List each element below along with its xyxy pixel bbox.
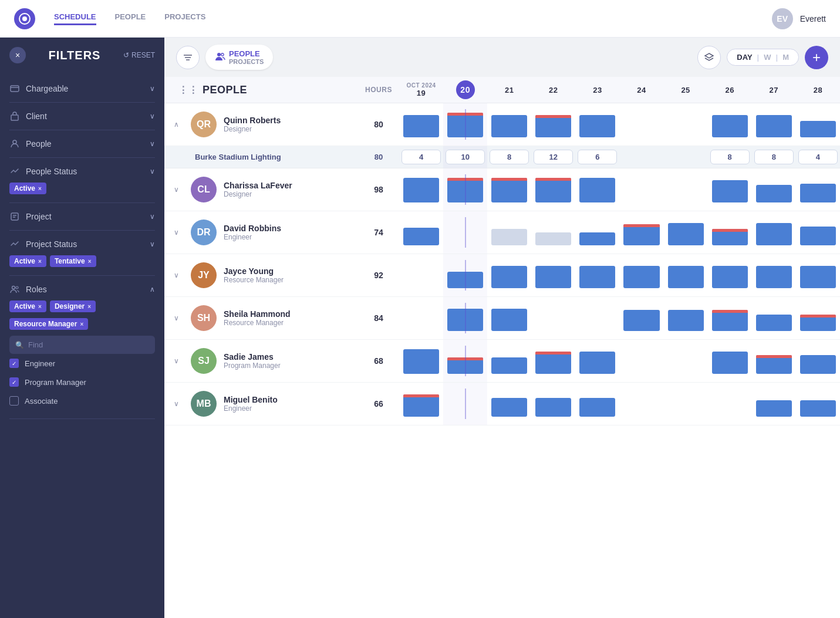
person-expand-5[interactable]: ∨ [174,357,179,365]
bar-cell-5-5[interactable] [619,340,663,383]
bar-cell-5-9[interactable] [796,340,840,383]
tag-resource-manager-role[interactable]: Resource Manager × [9,318,88,330]
program-manager-checkbox[interactable]: ✓ [9,377,19,387]
layers-button[interactable] [697,46,721,69]
nav-people[interactable]: PEOPLE [115,12,146,25]
person-expand-0[interactable]: ∧ [174,120,179,129]
bar-cell-5-2[interactable] [487,340,531,383]
bar-cell-2-8[interactable] [752,211,796,254]
tag-tentative-project[interactable]: Tentative × [50,255,96,267]
bar-cell-3-1[interactable] [443,254,487,297]
tag-active-people-close[interactable]: × [38,185,42,192]
section-people-status-header[interactable]: People Status ∨ [9,166,155,177]
bar-cell-3-5[interactable] [619,254,663,297]
filter-button[interactable] [176,46,200,69]
associate-checkbox[interactable] [9,396,19,406]
bar-cell-6-6[interactable] [664,383,708,425]
person-expand-2[interactable]: ∨ [174,228,179,237]
bar-cell-4-8[interactable] [752,297,796,340]
add-button[interactable]: + [805,46,828,69]
tag-active-people[interactable]: Active × [9,183,46,194]
bar-cell-6-2[interactable] [487,383,531,425]
bar-cell-1-6[interactable] [664,168,708,211]
section-roles-header[interactable]: Roles ∧ [9,284,155,295]
bar-cell-6-3[interactable] [531,383,575,425]
bar-cell-0-7[interactable] [708,103,752,146]
bar-cell-5-7[interactable] [708,340,752,383]
bar-cell-1-5[interactable] [619,168,663,211]
collapse-all-icon[interactable]: ⋮⋮ [178,85,198,96]
bar-cell-2-6[interactable] [664,211,708,254]
roles-find-input[interactable] [9,336,155,354]
role-program-manager[interactable]: ✓ Program Manager [9,373,155,391]
bar-cell-3-8[interactable] [752,254,796,297]
bar-cell-0-2[interactable] [487,103,531,146]
avatar[interactable]: EV [772,8,793,29]
bar-cell-1-7[interactable] [708,168,752,211]
day-option-day[interactable]: DAY [737,53,752,62]
tag-resource-manager-role-close[interactable]: × [80,321,83,327]
bar-cell-2-3[interactable] [531,211,575,254]
bar-cell-5-1[interactable] [443,340,487,383]
role-associate[interactable]: Associate [9,391,155,410]
bar-cell-6-0[interactable] [399,383,443,425]
tag-tentative-project-close[interactable]: × [88,258,92,265]
day-option-w[interactable]: W [764,53,771,62]
bar-cell-4-5[interactable] [619,297,663,340]
bar-cell-6-5[interactable] [619,383,663,425]
bar-cell-3-0[interactable] [399,254,443,297]
person-expand-3[interactable]: ∨ [174,271,179,279]
tag-active-project[interactable]: Active × [9,255,46,267]
bar-cell-0-1[interactable] [443,103,487,146]
person-expand-4[interactable]: ∨ [174,314,179,322]
person-expand-1[interactable]: ∨ [174,185,179,194]
bar-cell-6-4[interactable] [575,383,619,425]
bar-cell-0-8[interactable] [752,103,796,146]
bar-cell-2-1[interactable] [443,211,487,254]
bar-cell-3-2[interactable] [487,254,531,297]
tag-designer-role[interactable]: Designer × [50,300,96,312]
bar-cell-3-6[interactable] [664,254,708,297]
reset-filters-button[interactable]: ↺ RESET [123,51,155,59]
section-people-header[interactable]: People ∨ [9,139,155,149]
bar-cell-4-9[interactable] [796,297,840,340]
bar-cell-5-6[interactable] [664,340,708,383]
bar-cell-2-4[interactable] [575,211,619,254]
project-name-0-0[interactable]: Burke Stadium Lighting [164,146,358,168]
section-project-status-header[interactable]: Project Status ∨ [9,239,155,249]
close-sidebar-button[interactable]: × [9,47,26,63]
bar-cell-0-0[interactable] [399,103,443,146]
bar-cell-4-0[interactable] [399,297,443,340]
bar-cell-1-4[interactable] [575,168,619,211]
bar-cell-6-1[interactable] [443,383,487,425]
nav-schedule[interactable]: SCHEDULE [54,12,96,25]
bar-cell-1-0[interactable] [399,168,443,211]
nav-projects[interactable]: PROJECTS [164,12,205,25]
tag-designer-role-close[interactable]: × [87,303,91,310]
bar-cell-6-7[interactable] [708,383,752,425]
tag-active-role[interactable]: Active × [9,300,46,312]
bar-cell-5-3[interactable] [531,340,575,383]
bar-cell-1-2[interactable] [487,168,531,211]
bar-cell-1-3[interactable] [531,168,575,211]
bar-cell-4-7[interactable] [708,297,752,340]
tag-active-project-close[interactable]: × [38,258,42,265]
app-logo[interactable] [14,8,35,29]
bar-cell-0-3[interactable] [531,103,575,146]
bar-cell-5-8[interactable] [752,340,796,383]
bar-cell-5-4[interactable] [575,340,619,383]
bar-cell-3-4[interactable] [575,254,619,297]
bar-cell-4-2[interactable] [487,297,531,340]
bar-cell-2-2[interactable] [487,211,531,254]
bar-cell-3-3[interactable] [531,254,575,297]
section-chargeable-header[interactable]: Chargeable ∨ [9,83,155,94]
section-client-header[interactable]: Client ∨ [9,111,155,121]
bar-cell-1-1[interactable] [443,168,487,211]
bar-cell-0-9[interactable] [796,103,840,146]
bar-cell-1-9[interactable] [796,168,840,211]
bar-cell-2-5[interactable] [619,211,663,254]
bar-cell-4-4[interactable] [575,297,619,340]
bar-cell-3-7[interactable] [708,254,752,297]
bar-cell-0-4[interactable] [575,103,619,146]
engineer-checkbox[interactable]: ✓ [9,359,19,368]
